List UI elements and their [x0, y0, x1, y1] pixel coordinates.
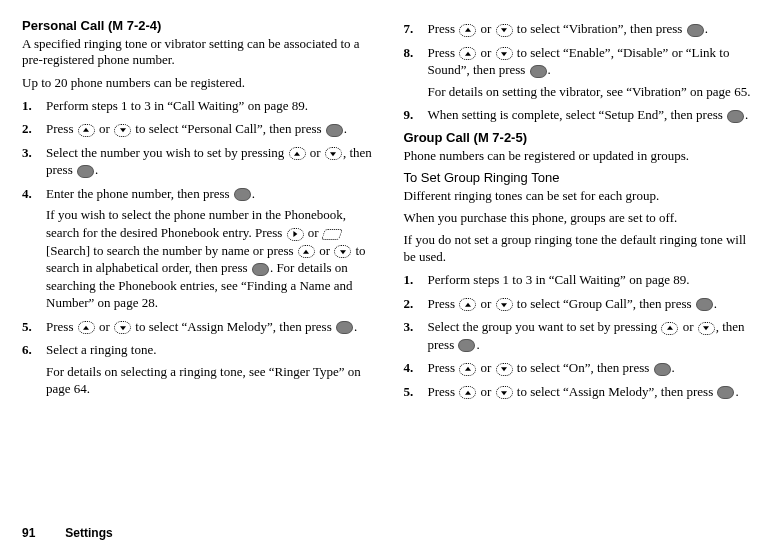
center-key-icon [234, 188, 251, 201]
up-icon [459, 24, 476, 37]
right-icon [287, 228, 304, 241]
step-7-text: Press or to select “Vibration”, then pre… [428, 21, 708, 36]
gstep-5: 5. Press or to select “Assign Melody”, t… [404, 383, 760, 401]
gstep-1: 1.Perform steps 1 to 3 in “Call Waiting”… [404, 271, 760, 289]
heading-group-call: Group Call (M 7-2-5) [404, 130, 760, 145]
step-6: 6. Select a ringing tone. For details on… [22, 341, 378, 398]
center-key-icon [687, 24, 704, 37]
down-icon [496, 47, 513, 60]
up-icon [78, 124, 95, 137]
step-8: 8. Press or to select “Enable”, “Disable… [404, 44, 760, 101]
step-9-text: When setting is complete, select “Setup … [428, 107, 749, 122]
subheading-group-tone: To Set Group Ringing Tone [404, 170, 760, 185]
step-4-subtext: If you wish to select the phone number i… [46, 206, 378, 311]
down-icon [496, 298, 513, 311]
page-number: 91 [22, 526, 35, 540]
step-list-right-cont: 7. Press or to select “Vibration”, then … [404, 20, 760, 124]
up-icon [459, 386, 476, 399]
down-icon [496, 386, 513, 399]
right-column: 7. Press or to select “Vibration”, then … [404, 18, 760, 406]
center-key-icon [727, 110, 744, 123]
down-icon [114, 321, 131, 334]
step-list-left: 1.Perform steps 1 to 3 in “Call Waiting”… [22, 97, 378, 398]
group-intro-3: When you purchase this phone, groups are… [404, 210, 760, 226]
up-icon [289, 147, 306, 160]
gstep-5-text: Press or to select “Assign Melody”, then… [428, 384, 739, 399]
center-key-icon [717, 386, 734, 399]
soft-key-icon [321, 229, 343, 240]
intro-text-1: A specified ringing tone or vibrator set… [22, 36, 378, 69]
step-2: 2. Press or to select “Personal Call”, t… [22, 120, 378, 138]
step-list-group: 1.Perform steps 1 to 3 in “Call Waiting”… [404, 271, 760, 400]
center-key-icon [77, 165, 94, 178]
step-3-text: Select the number you wish to set by pre… [46, 145, 372, 178]
gstep-3: 3. Select the group you want to set by p… [404, 318, 760, 353]
gstep-2-text: Press or to select “Group Call”, then pr… [428, 296, 718, 311]
center-key-icon [326, 124, 343, 137]
page-footer: 91Settings [22, 526, 113, 540]
section-name: Settings [65, 526, 112, 540]
step-5: 5. Press or to select “Assign Melody”, t… [22, 318, 378, 336]
center-key-icon [654, 363, 671, 376]
step-3: 3. Select the number you wish to set by … [22, 144, 378, 179]
step-1: 1.Perform steps 1 to 3 in “Call Waiting”… [22, 97, 378, 115]
group-intro-2: Different ringing tones can be set for e… [404, 188, 760, 204]
left-column: Personal Call (M 7-2-4) A specified ring… [22, 18, 378, 406]
down-icon [496, 24, 513, 37]
up-icon [661, 322, 678, 335]
gstep-2: 2. Press or to select “Group Call”, then… [404, 295, 760, 313]
manual-page: Personal Call (M 7-2-4) A specified ring… [0, 0, 781, 406]
down-icon [334, 245, 351, 258]
gstep-4-text: Press or to select “On”, then press . [428, 360, 675, 375]
up-icon [298, 245, 315, 258]
step-8-subtext: For details on setting the vibrator, see… [428, 83, 760, 101]
down-icon [325, 147, 342, 160]
step-7: 7. Press or to select “Vibration”, then … [404, 20, 760, 38]
gstep-3-text: Select the group you want to set by pres… [428, 319, 745, 352]
intro-text-2: Up to 20 phone numbers can be registered… [22, 75, 378, 91]
heading-personal-call: Personal Call (M 7-2-4) [22, 18, 378, 33]
center-key-icon [696, 298, 713, 311]
step-1-text: Perform steps 1 to 3 in “Call Waiting” o… [46, 98, 308, 113]
center-key-icon [458, 339, 475, 352]
up-icon [78, 321, 95, 334]
step-4-text: Enter the phone number, then press . [46, 186, 255, 201]
step-9: 9. When setting is complete, select “Set… [404, 106, 760, 124]
step-2-text: Press or to select “Personal Call”, then… [46, 121, 347, 136]
step-6-text: Select a ringing tone. [46, 342, 156, 357]
down-icon [496, 363, 513, 376]
up-icon [459, 298, 476, 311]
step-6-subtext: For details on selecting a ringing tone,… [46, 363, 378, 398]
up-icon [459, 363, 476, 376]
gstep-1-text: Perform steps 1 to 3 in “Call Waiting” o… [428, 272, 690, 287]
up-icon [459, 47, 476, 60]
gstep-4: 4. Press or to select “On”, then press . [404, 359, 760, 377]
step-8-text: Press or to select “Enable”, “Disable” o… [428, 45, 730, 78]
down-icon [698, 322, 715, 335]
group-intro-4: If you do not set a group ringing tone t… [404, 232, 760, 265]
group-intro-1: Phone numbers can be registered or updat… [404, 148, 760, 164]
step-5-text: Press or to select “Assign Melody”, then… [46, 319, 357, 334]
center-key-icon [530, 65, 547, 78]
down-icon [114, 124, 131, 137]
step-4: 4. Enter the phone number, then press . … [22, 185, 378, 312]
center-key-icon [252, 263, 269, 276]
center-key-icon [336, 321, 353, 334]
